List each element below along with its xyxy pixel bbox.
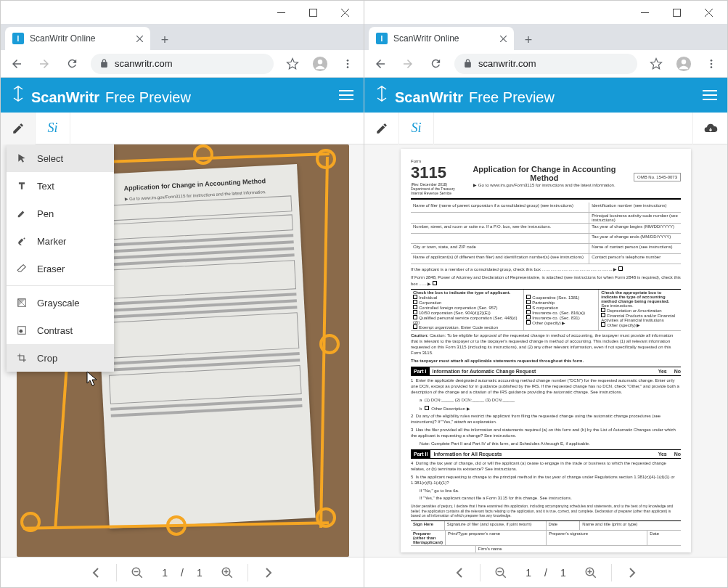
marker-label: Marker bbox=[37, 236, 66, 247]
grayscale-tool-item[interactable]: Grayscale bbox=[7, 289, 114, 317]
zoom-in-button[interactable] bbox=[211, 561, 243, 584]
eraser-tool-item[interactable]: Eraser bbox=[7, 255, 114, 282]
scanned-document: Application for Change in Accounting Met… bbox=[91, 164, 315, 529]
profile-button[interactable] bbox=[311, 55, 329, 73]
window-minimize-button[interactable] bbox=[265, 2, 297, 23]
window-maximize-button[interactable] bbox=[660, 2, 692, 23]
contrast-label: Contrast bbox=[37, 325, 73, 336]
brand-name: ScanWritr bbox=[31, 89, 99, 106]
crop-handle-mr[interactable] bbox=[319, 334, 340, 354]
browser-tab[interactable]: I ScanWritr Online bbox=[369, 27, 514, 50]
text-tool-item[interactable]: Text bbox=[7, 172, 114, 200]
back-button[interactable] bbox=[372, 55, 389, 73]
new-tab-button[interactable]: + bbox=[518, 30, 539, 50]
bookmark-button[interactable] bbox=[284, 55, 301, 73]
brand-subtitle: Free Preview bbox=[105, 89, 191, 106]
window-close-button[interactable] bbox=[329, 2, 361, 23]
crop-handle-tm[interactable] bbox=[193, 144, 213, 165]
crop-tool-item[interactable]: Crop bbox=[7, 344, 114, 372]
svg-point-9 bbox=[20, 330, 23, 333]
url-text: scanwritr.com bbox=[115, 58, 172, 69]
page-current: 1 bbox=[162, 567, 168, 579]
profile-button[interactable] bbox=[675, 55, 692, 73]
tab-title: ScanWritr Online bbox=[393, 33, 494, 44]
grayscale-label: Grayscale bbox=[37, 298, 80, 309]
app-header: ScanWritr Free Preview bbox=[1, 78, 364, 113]
signature-tool-button[interactable]: Si bbox=[36, 113, 70, 144]
eraser-icon bbox=[15, 262, 28, 275]
tab-strip: I ScanWritr Online + bbox=[364, 24, 727, 50]
next-page-button[interactable] bbox=[253, 561, 285, 584]
zoom-out-button[interactable] bbox=[121, 561, 153, 584]
app-brand: ScanWritr Free Preview bbox=[11, 85, 191, 106]
omnibox[interactable]: scanwritr.com bbox=[91, 54, 274, 74]
tab-close-icon[interactable] bbox=[500, 36, 507, 42]
svg-point-18 bbox=[711, 66, 713, 68]
lock-icon bbox=[463, 59, 473, 68]
signature-tool-button[interactable]: Si bbox=[399, 113, 434, 144]
crop-handle-bl[interactable] bbox=[20, 512, 41, 532]
crop-handle-br[interactable] bbox=[316, 507, 336, 528]
reload-button[interactable] bbox=[427, 55, 444, 73]
select-tool-item[interactable]: Select bbox=[7, 144, 114, 172]
reload-button[interactable] bbox=[63, 55, 81, 73]
hamburger-button[interactable] bbox=[339, 90, 353, 100]
crop-icon bbox=[15, 351, 28, 364]
window-close-button[interactable] bbox=[692, 2, 724, 23]
crop-handle-bm[interactable] bbox=[166, 515, 187, 536]
next-page-button[interactable] bbox=[616, 561, 648, 584]
app-toolbar: Si bbox=[1, 113, 364, 144]
cleaned-document[interactable]: Form 3115 (Rev. December 2018)Department… bbox=[401, 149, 691, 552]
select-label: Select bbox=[37, 153, 63, 164]
document-viewport: Select Text Pen Marker Eraser Grayscal bbox=[1, 144, 364, 557]
page-sep: / bbox=[181, 567, 184, 579]
browser-window-left: I ScanWritr Online + scanwritr.com ScanW… bbox=[0, 0, 364, 588]
zoom-out-button[interactable] bbox=[485, 561, 517, 584]
svg-rect-1 bbox=[309, 9, 316, 16]
forward-button[interactable] bbox=[399, 55, 417, 73]
address-bar: scanwritr.com bbox=[1, 50, 364, 78]
hamburger-button[interactable] bbox=[703, 90, 717, 100]
svg-point-17 bbox=[711, 62, 713, 65]
contrast-tool-item[interactable]: Contrast bbox=[7, 317, 114, 344]
contrast-icon bbox=[15, 324, 28, 337]
svg-point-15 bbox=[682, 60, 686, 64]
new-tab-button[interactable]: + bbox=[155, 30, 175, 50]
svg-point-3 bbox=[318, 60, 322, 64]
browser-tab[interactable]: I ScanWritr Online bbox=[5, 27, 150, 50]
tab-title: ScanWritr Online bbox=[30, 33, 131, 44]
svg-point-6 bbox=[347, 66, 349, 68]
prev-page-button[interactable] bbox=[80, 561, 112, 584]
page-current: 1 bbox=[525, 567, 531, 579]
window-maximize-button[interactable] bbox=[297, 2, 329, 23]
back-button[interactable] bbox=[8, 55, 25, 73]
cloud-download-button[interactable] bbox=[692, 113, 727, 144]
lock-icon bbox=[99, 59, 109, 68]
marker-tool-item[interactable]: Marker bbox=[7, 227, 114, 255]
omnibox[interactable]: scanwritr.com bbox=[454, 54, 637, 74]
url-text: scanwritr.com bbox=[478, 58, 536, 69]
window-titlebar bbox=[364, 1, 727, 24]
pen-tool-item[interactable]: Pen bbox=[7, 200, 114, 227]
prev-page-button[interactable] bbox=[443, 561, 475, 584]
window-titlebar bbox=[1, 1, 364, 24]
window-minimize-button[interactable] bbox=[629, 2, 660, 23]
page-sep: / bbox=[544, 567, 547, 579]
svg-rect-12 bbox=[641, 12, 649, 13]
bookmark-button[interactable] bbox=[647, 55, 665, 73]
svg-point-4 bbox=[347, 60, 349, 62]
zoom-in-button[interactable] bbox=[575, 561, 607, 584]
edit-tool-button[interactable] bbox=[1, 113, 36, 144]
menu-button[interactable] bbox=[703, 55, 720, 73]
app-brand: ScanWritr Free Preview bbox=[375, 85, 555, 106]
tab-close-icon[interactable] bbox=[136, 36, 143, 42]
edit-tool-button[interactable] bbox=[364, 113, 399, 144]
menu-button[interactable] bbox=[339, 55, 356, 73]
text-label: Text bbox=[37, 181, 54, 192]
forward-button[interactable] bbox=[36, 55, 53, 73]
document-viewport: Form 3115 (Rev. December 2018)Department… bbox=[364, 144, 727, 557]
form-link: ▶ Go to www.irs.gov/Form3115 for instruc… bbox=[461, 182, 628, 187]
svg-rect-13 bbox=[673, 9, 680, 16]
favicon-icon: I bbox=[376, 33, 388, 44]
crop-handle-tr[interactable] bbox=[316, 149, 336, 169]
